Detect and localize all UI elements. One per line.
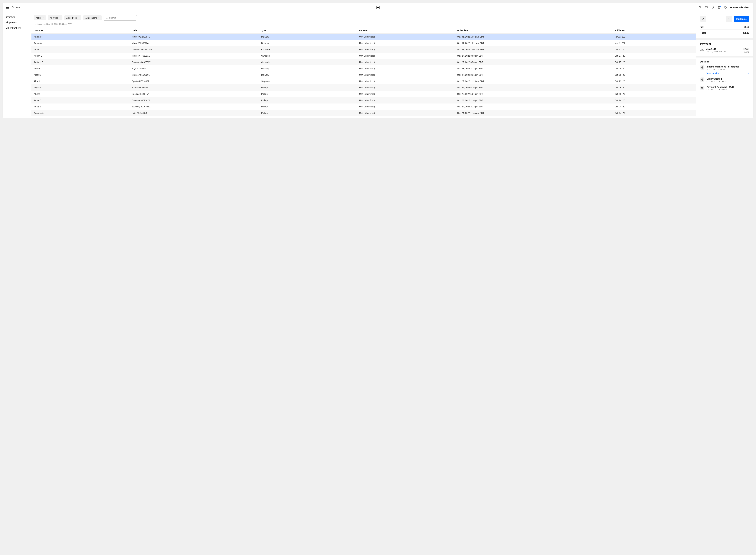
col-fulfillment[interactable]: Fulfillment: [612, 28, 696, 34]
table-row[interactable]: Albert SMovies #55640295DeliveryUnit 1 (…: [32, 72, 696, 78]
table-row[interactable]: Alyssa HBooks #81018457PickupUnit 1 (Ite…: [32, 91, 696, 97]
close-button[interactable]: [700, 16, 706, 22]
cell-fulfillment: Oct. 24, 20: [612, 110, 696, 116]
cell-fulfillment: Oct. 26, 20: [612, 84, 696, 91]
table-row[interactable]: Alycia LTools #54035581PickupUnit 1 (Ite…: [32, 84, 696, 91]
cell-date: Oct. 24, 2022 11:45 am EDT: [455, 110, 612, 116]
view-details-link[interactable]: View details: [707, 72, 749, 75]
svg-point-16: [701, 67, 703, 69]
cell-date: Oct. 27, 2022 3:33 pm EDT: [455, 66, 612, 72]
cell-order: Outdoors #66263371: [130, 59, 259, 66]
cell-type: Pickup: [259, 103, 357, 110]
cell-type: Pickup: [259, 97, 357, 103]
search-icon[interactable]: [698, 6, 701, 9]
bell-icon[interactable]: [711, 6, 714, 9]
filter-status[interactable]: Active: [34, 15, 46, 20]
activity-title: Order Created: [707, 78, 749, 80]
smile-icon: [700, 78, 704, 82]
payment-method: Visa 1111: [706, 48, 741, 50]
cell-customer: Adriana C: [32, 59, 130, 66]
mark-as-button[interactable]: Mark as...: [734, 16, 749, 22]
table-row[interactable]: Amay SJewelery #07683697PickupUnit 1 (It…: [32, 103, 696, 110]
cell-customer: Amay S: [32, 103, 130, 110]
cell-date: Oct. 26, 2022 5:31 pm EDT: [455, 91, 612, 97]
cell-order: Movies #55640295: [130, 72, 259, 78]
cell-customer: Aaron P: [32, 34, 130, 40]
table-row[interactable]: Adrian GMovies #47659111CurbsideUnit 1 (…: [32, 53, 696, 59]
account-name[interactable]: Housemade Bistro: [730, 6, 750, 9]
cell-date: Oct. 24, 2022 2:18 pm EDT: [455, 97, 612, 103]
cell-fulfillment: Oct. 27, 20: [612, 53, 696, 59]
cell-fulfillment: Oct. 26, 20: [612, 91, 696, 97]
help-icon[interactable]: [724, 6, 727, 9]
cell-order: Tools #54035581: [130, 84, 259, 91]
col-order-date[interactable]: Order date: [455, 28, 612, 34]
filter-locations[interactable]: All Locations: [83, 15, 102, 20]
total-value: $4.10: [743, 32, 749, 34]
sidebar-item-order-partners[interactable]: Order Partners: [6, 27, 29, 29]
activity-section-title: Activity: [700, 60, 749, 63]
col-customer[interactable]: Customer: [32, 28, 130, 34]
sidebar-item-overview[interactable]: Overview: [6, 16, 29, 18]
activity-item: Order CreatedOct. 31, 2022 10:53 am: [700, 78, 749, 83]
cell-type: Curbside: [259, 53, 357, 59]
col-location[interactable]: Location: [357, 28, 455, 34]
table-row[interactable]: Aaron PMovies #22907841DeliveryUnit 1 (I…: [32, 34, 696, 40]
table-row[interactable]: Alex JSports #15610327ShipmentUnit 1 (It…: [32, 78, 696, 84]
cell-order: Kids #85848451: [130, 110, 259, 116]
activity-title: 2 items marked as In Progress: [707, 66, 749, 68]
close-icon: [702, 17, 704, 20]
table-row[interactable]: Aaron WMusic #52985204DeliveryUnit 1 (It…: [32, 40, 696, 46]
cell-customer: Amar D: [32, 97, 130, 103]
sidebar-item-shipments[interactable]: Shipments: [6, 21, 29, 24]
search-input[interactable]: [109, 17, 135, 19]
main-content: Active All types All sources All Locatio…: [32, 12, 696, 118]
table-row[interactable]: Anabela AKids #85848451PickupUnit 1 (Ite…: [32, 110, 696, 116]
col-type[interactable]: Type: [259, 28, 357, 34]
cell-order: Movies #22907841: [130, 34, 259, 40]
cell-location: Unit 1 (Itemized): [357, 91, 455, 97]
cell-location: Unit 1 (Itemized): [357, 97, 455, 103]
cell-order: Books #81018457: [130, 91, 259, 97]
activity-timestamp: Oct. 31, 2022 10:53 am: [707, 80, 749, 83]
tax-row: Tax $0.00: [700, 25, 749, 29]
tax-label: Tax: [700, 26, 704, 28]
clipboard-icon[interactable]: [717, 6, 720, 9]
filter-sources[interactable]: All sources: [64, 15, 81, 20]
activity-item: 2 items marked as In ProgressNov. 4, 202…: [700, 66, 749, 75]
cell-type: Curbside: [259, 59, 357, 66]
svg-point-14: [729, 18, 729, 19]
svg-point-13: [728, 18, 728, 19]
filter-bar: Active All types All sources All Locatio…: [32, 12, 696, 22]
cell-type: Shipment: [259, 78, 357, 84]
chevron-down-icon: [42, 17, 44, 18]
more-icon: [728, 17, 730, 20]
card-icon: [700, 86, 704, 90]
more-button[interactable]: [726, 16, 732, 22]
cell-date: Oct. 27, 2022 3:50 pm EDT: [455, 59, 612, 66]
last-updated: Last updated: Nov. 11, 2022 11:44 am EST: [32, 22, 696, 28]
cell-order: Games #90021078: [130, 97, 259, 103]
cell-customer: Alyssa H: [32, 91, 130, 97]
filter-types[interactable]: All types: [48, 15, 62, 20]
sidebar: Overview Shipments Order Partners: [3, 12, 32, 118]
cell-fulfillment: Nov. 2, 202: [612, 34, 696, 40]
table-row[interactable]: Adriana COutdoors #66263371CurbsideUnit …: [32, 59, 696, 66]
table-row[interactable]: Adam COutdoors #04920799CurbsideUnit 1 (…: [32, 46, 696, 53]
search-box[interactable]: [104, 15, 137, 20]
menu-icon[interactable]: [6, 6, 9, 9]
table-row[interactable]: Amar DGames #90021078PickupUnit 1 (Itemi…: [32, 97, 696, 103]
table-row[interactable]: Alaina TToys #07453667DeliveryUnit 1 (It…: [32, 66, 696, 72]
chat-icon[interactable]: [705, 6, 708, 9]
cell-date: Oct. 27, 2022 3:53 pm EDT: [455, 53, 612, 59]
total-row: Total $4.10: [700, 30, 749, 36]
cell-fulfillment: Nov. 2, 202: [612, 40, 696, 46]
orders-table-wrap[interactable]: Customer Order Type Location Order date …: [32, 28, 696, 118]
col-order[interactable]: Order: [130, 28, 259, 34]
cell-order: Sports #15610327: [130, 78, 259, 84]
cell-type: Delivery: [259, 34, 357, 40]
cell-date: Oct. 31, 2022 10:11 am EDT: [455, 40, 612, 46]
cell-fulfillment: Oct. 31, 20: [612, 46, 696, 53]
svg-point-0: [699, 6, 701, 8]
topbar: Orders Housemade Bistro: [3, 3, 753, 12]
